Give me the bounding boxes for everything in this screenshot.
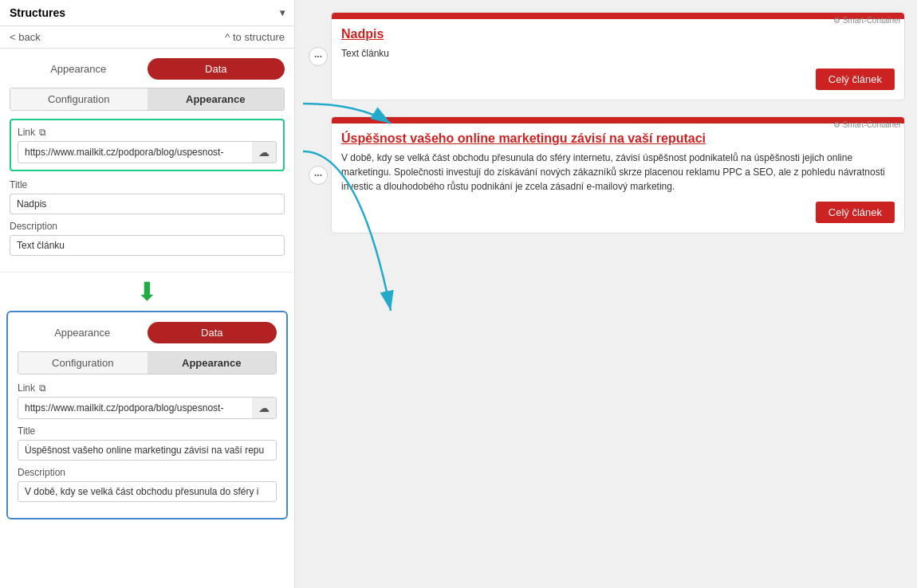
article-1-dots-menu[interactable]: ··· — [309, 47, 328, 66]
green-down-arrow-icon: ⬇ — [136, 279, 158, 304]
bottom-appearance-tab-label[interactable]: Appearance — [18, 323, 148, 343]
bottom-link-section: Link ⧉ ☁ — [18, 382, 277, 419]
description-section: Description — [10, 221, 285, 256]
link-section: Link ⧉ ☁ — [10, 119, 285, 171]
bottom-main-tab-row: Appearance Data — [18, 322, 277, 343]
article-1-title[interactable]: Nadpis — [341, 27, 895, 41]
description-label: Description — [10, 221, 285, 232]
article-card-1-top-bar — [332, 13, 904, 19]
article-card-1-wrapper: ··· ⚙ Smart-Container Nadpis Text článku… — [331, 12, 905, 100]
bottom-configuration-sub-tab[interactable]: Configuration — [18, 352, 148, 374]
back-button[interactable]: < back — [10, 31, 41, 43]
bottom-expanded-panel: Appearance Data Configuration Appearance… — [6, 311, 288, 519]
bottom-appearance-sub-tab[interactable]: Appearance — [148, 352, 277, 374]
right-panel: ··· ⚙ Smart-Container Nadpis Text článku… — [295, 0, 917, 588]
sub-tab-row: Configuration Appearance — [10, 88, 285, 111]
structures-title: Structures — [10, 6, 65, 19]
bottom-sub-tab-row: Configuration Appearance — [18, 351, 277, 374]
article-card-2-wrapper: ··· ⚙ Smart-Container Úspěšnost vašeho o… — [331, 116, 905, 233]
article-card-2: ⚙ Smart-Container Úspěšnost vašeho onlin… — [331, 116, 905, 233]
gear-icon-2: ⚙ — [833, 120, 840, 129]
smart-container-label-1: ⚙ Smart-Container — [833, 16, 901, 25]
to-structure-button[interactable]: ^ to structure — [225, 31, 285, 43]
green-arrow-container: ⬇ — [0, 279, 294, 304]
left-panel: Structures ▾ < back ^ to structure Appea… — [0, 0, 295, 588]
bottom-title-section: Title — [18, 425, 277, 461]
bottom-description-label: Description — [18, 467, 277, 478]
structures-header: Structures ▾ — [0, 0, 294, 26]
bottom-description-input[interactable] — [18, 481, 277, 502]
article-card-2-top-bar — [332, 117, 904, 123]
appearance-sub-tab[interactable]: Appearance — [148, 88, 285, 110]
article-card-1-body: ⚙ Smart-Container Nadpis Text článku Cel… — [332, 19, 904, 100]
link-label: Link ⧉ — [18, 127, 277, 138]
article-1-read-more-button[interactable]: Celý článek — [816, 69, 895, 90]
bottom-link-input[interactable] — [18, 398, 252, 417]
gear-icon-1: ⚙ — [833, 16, 840, 25]
title-input[interactable] — [10, 194, 285, 214]
description-input[interactable] — [10, 235, 285, 256]
title-section: Title — [10, 179, 285, 214]
bottom-link-copy-icon[interactable]: ⧉ — [39, 382, 46, 394]
article-2-dots-menu[interactable]: ··· — [309, 166, 328, 185]
article-2-text: V době, kdy se velká část obchodu přesun… — [341, 151, 895, 194]
article-2-title[interactable]: Úspěšnost vašeho online marketingu závis… — [341, 131, 895, 146]
appearance-tab-label[interactable]: Appearance — [10, 59, 148, 79]
data-tab-button[interactable]: Data — [148, 58, 285, 80]
bottom-link-input-row: ☁ — [18, 397, 277, 419]
link-upload-button[interactable]: ☁ — [252, 142, 276, 163]
bottom-data-tab-button[interactable]: Data — [148, 322, 277, 343]
title-label: Title — [10, 179, 285, 190]
structures-chevron[interactable]: ▾ — [280, 7, 285, 18]
article-2-read-more-button[interactable]: Celý článek — [816, 202, 895, 223]
bottom-link-upload-button[interactable]: ☁ — [252, 398, 276, 418]
article-card-2-body: ⚙ Smart-Container Úspěšnost vašeho onlin… — [332, 123, 904, 233]
main-tab-row: Appearance Data — [10, 58, 285, 80]
bottom-link-label: Link ⧉ — [18, 382, 277, 394]
article-1-text: Text článku — [341, 46, 895, 61]
bottom-description-section: Description — [18, 467, 277, 502]
configuration-sub-tab[interactable]: Configuration — [10, 88, 148, 110]
bottom-title-label: Title — [18, 425, 277, 437]
top-section: Appearance Data Configuration Appearance… — [0, 49, 294, 272]
article-card-1: ⚙ Smart-Container Nadpis Text článku Cel… — [331, 12, 905, 100]
smart-container-label-2: ⚙ Smart-Container — [833, 120, 901, 129]
link-input[interactable] — [18, 143, 252, 162]
nav-bar: < back ^ to structure — [0, 26, 294, 49]
bottom-title-input[interactable] — [18, 440, 277, 461]
link-input-row: ☁ — [18, 141, 277, 163]
link-copy-icon[interactable]: ⧉ — [39, 127, 46, 138]
